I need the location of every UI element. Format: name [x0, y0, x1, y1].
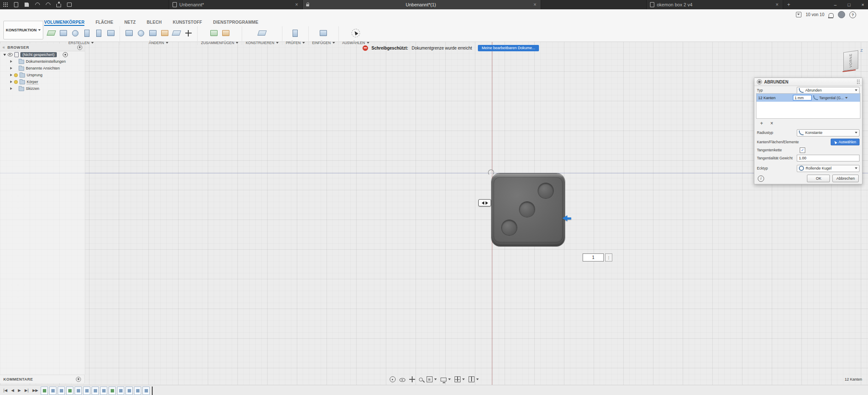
- add-selection-button[interactable]: +: [759, 120, 765, 126]
- document-tab-1[interactable]: Unbenannt* ×: [169, 0, 303, 9]
- collapse-panel-icon[interactable]: «: [3, 45, 5, 50]
- cancel-button[interactable]: Abbrechen: [832, 175, 859, 182]
- group-label-pruefen[interactable]: PRÜFEN: [286, 41, 305, 45]
- extrude-icon[interactable]: [58, 28, 69, 39]
- tab-blech[interactable]: BLECH: [147, 20, 162, 25]
- job-status-icon[interactable]: [796, 12, 801, 17]
- expand-arrow-icon[interactable]: [10, 81, 12, 83]
- pan-icon[interactable]: [409, 376, 415, 382]
- expand-arrow-icon[interactable]: [10, 74, 12, 76]
- combine-icon[interactable]: [159, 28, 170, 39]
- step-back-button[interactable]: ◀: [11, 388, 14, 392]
- document-tab-3[interactable]: okemon box 2 v4 ×: [646, 0, 783, 9]
- tab-netz[interactable]: NETZ: [124, 20, 136, 25]
- editable-documents-button[interactable]: Meine bearbeitbaren Dokume...: [478, 45, 539, 51]
- new-component-icon[interactable]: [208, 28, 219, 39]
- look-at-icon[interactable]: [399, 378, 405, 382]
- rotate-handle-icon[interactable]: [488, 170, 494, 175]
- help-icon[interactable]: ?: [849, 11, 856, 18]
- timeline-playhead[interactable]: [152, 387, 153, 395]
- group-label-erstellen[interactable]: ERSTELLEN: [68, 41, 94, 45]
- move-copy-icon[interactable]: [183, 28, 194, 39]
- timeline-feature-icon[interactable]: [92, 387, 99, 395]
- go-to-start-button[interactable]: |◀: [3, 388, 7, 392]
- expand-arrow-icon[interactable]: [10, 60, 12, 63]
- timeline-feature-icon[interactable]: [49, 387, 56, 395]
- fit-view-icon[interactable]: [427, 376, 433, 382]
- orbit-icon[interactable]: [390, 376, 396, 382]
- typ-dropdown[interactable]: Abrunden: [797, 87, 860, 94]
- viewport-canvas[interactable]: 1 ⋮: [0, 42, 868, 385]
- comments-bar[interactable]: KOMMENTARE: [0, 375, 85, 383]
- fillet-radius-input[interactable]: 1: [583, 253, 604, 261]
- tangent-chain-checkbox[interactable]: ✓: [800, 147, 805, 153]
- radius-value-input[interactable]: 1 mm: [793, 95, 812, 100]
- comments-settings-gear-icon[interactable]: [76, 377, 81, 382]
- tab-volumenkoerper[interactable]: VOLUMENKÖRPER: [44, 20, 84, 25]
- ecktyp-dropdown[interactable]: Rollende Kugel: [797, 165, 860, 172]
- viewcube-front-face[interactable]: VORNE: [843, 50, 858, 71]
- root-document-label[interactable]: (Nicht gespeichert): [20, 52, 57, 57]
- save-icon[interactable]: [24, 2, 30, 8]
- drag-handle[interactable]: [478, 199, 491, 206]
- timeline-feature-icon[interactable]: [134, 387, 141, 395]
- tab-flaeche[interactable]: FLÄCHE: [95, 20, 113, 25]
- workspace-selector[interactable]: KONSTRUKTION: [3, 21, 43, 39]
- browser-settings-gear-icon[interactable]: [77, 45, 82, 50]
- timeline-sketch-icon[interactable]: [66, 387, 73, 395]
- timeline-feature-icon[interactable]: [58, 387, 65, 395]
- measure-icon[interactable]: [290, 28, 301, 39]
- select-edges-button[interactable]: Auswählen: [831, 139, 860, 145]
- share-icon[interactable]: [56, 2, 61, 8]
- dialog-header[interactable]: ABRUNDEN: [754, 78, 862, 86]
- radiustyp-dropdown[interactable]: Konstante: [797, 129, 860, 136]
- home-tab-icon[interactable]: [66, 2, 72, 8]
- step-forward-button[interactable]: ▶|: [25, 388, 28, 392]
- browser-item-dokumenteinstellungen[interactable]: Dokumenteinstellungen: [0, 58, 85, 65]
- notifications-bell-icon[interactable]: [829, 13, 834, 17]
- timeline-feature-icon[interactable]: [126, 387, 133, 395]
- grid-settings-icon[interactable]: [455, 376, 461, 382]
- fillet-direction-arrow[interactable]: [562, 215, 571, 221]
- edge-selection-row[interactable]: 12 Kanten 1 mm Tangential (G...: [756, 94, 860, 102]
- timeline-fillet-icon[interactable]: [142, 387, 150, 395]
- close-button[interactable]: ×: [860, 2, 865, 7]
- minimize-button[interactable]: –: [833, 2, 838, 7]
- tangency-weight-input[interactable]: 1.00: [797, 155, 860, 161]
- info-icon[interactable]: i: [758, 175, 764, 182]
- timeline-feature-icon[interactable]: [83, 387, 90, 395]
- group-label-auswaehlen[interactable]: AUSWÄHLEN: [342, 41, 369, 45]
- edge-selection-table[interactable]: 12 Kanten 1 mm Tangential (G...: [756, 93, 860, 119]
- close-tab-icon[interactable]: ×: [775, 2, 779, 7]
- expand-arrow-icon[interactable]: [3, 54, 6, 56]
- timeline-sketch-icon[interactable]: [41, 387, 48, 395]
- timeline-sketch-icon[interactable]: [109, 387, 116, 395]
- fillet-icon[interactable]: [135, 28, 146, 39]
- dimension-options-button[interactable]: ⋮: [605, 253, 612, 261]
- play-button[interactable]: ▶: [18, 388, 21, 392]
- timeline-feature-icon[interactable]: [75, 387, 82, 395]
- joint-icon[interactable]: [220, 28, 231, 39]
- continuity-dropdown[interactable]: Tangential (G...: [813, 95, 858, 100]
- thread-icon[interactable]: [93, 28, 104, 39]
- browser-item-skizzen[interactable]: Skizzen: [0, 85, 85, 92]
- tab-dienstprogramme[interactable]: DIENSTPROGRAMME: [213, 20, 259, 25]
- hole-icon[interactable]: [81, 28, 92, 39]
- close-tab-icon[interactable]: ×: [533, 2, 537, 7]
- select-tool-icon[interactable]: [350, 28, 361, 39]
- group-label-einfuegen[interactable]: EINFÜGEN: [312, 41, 335, 45]
- expand-arrow-icon[interactable]: [10, 67, 12, 70]
- viewports-icon[interactable]: [469, 376, 474, 382]
- display-settings-icon[interactable]: [441, 378, 447, 381]
- browser-item-ursprung[interactable]: Ursprung: [0, 72, 85, 78]
- user-avatar[interactable]: [838, 11, 845, 18]
- insert-icon[interactable]: [318, 28, 329, 39]
- ok-button[interactable]: OK: [807, 175, 830, 182]
- timeline-feature-icon[interactable]: [117, 387, 124, 395]
- visibility-bulb-icon[interactable]: [14, 80, 18, 84]
- new-tab-button[interactable]: +: [785, 1, 792, 8]
- browser-item-benannte-ansichten[interactable]: Benannte Ansichten: [0, 65, 85, 72]
- undo-icon[interactable]: [34, 2, 40, 8]
- dice-body-model[interactable]: [491, 173, 565, 246]
- remove-selection-button[interactable]: ×: [769, 120, 775, 126]
